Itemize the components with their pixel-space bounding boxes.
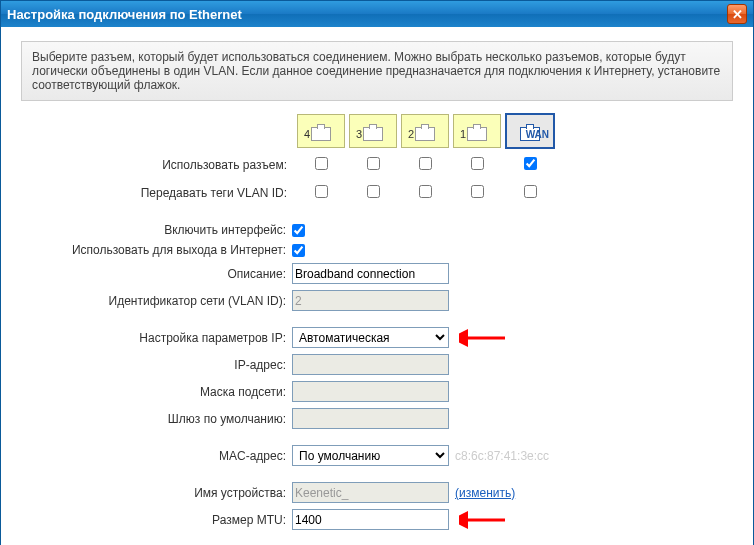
vlan-tag-checkbox-1[interactable] (471, 185, 484, 198)
ip-mode-select[interactable]: Автоматическая (292, 327, 449, 348)
arrow-icon (459, 329, 507, 347)
ip-address-input (292, 354, 449, 375)
use-port-checkbox-4[interactable] (315, 157, 328, 170)
description-input[interactable] (292, 263, 449, 284)
port-icon-wan[interactable]: WAN (505, 113, 555, 149)
port-icon-2[interactable]: 2 (401, 114, 449, 148)
gateway-input (292, 408, 449, 429)
arrow-icon (459, 511, 507, 529)
port-icon-4[interactable]: 4 (297, 114, 345, 148)
dialog-title: Настройка подключения по Ethernet (7, 7, 242, 22)
use-port-checkbox-2[interactable] (419, 157, 432, 170)
vlan-tag-checkbox-2[interactable] (419, 185, 432, 198)
change-link[interactable]: (изменить) (455, 486, 515, 500)
close-button[interactable]: ✕ (727, 4, 747, 24)
mac-ghost-text: c8:6c:87:41:3e:cc (455, 449, 549, 463)
mac-label: MAC-адрес: (21, 449, 292, 463)
ethernet-config-dialog: Настройка подключения по Ethernet ✕ Выбе… (0, 0, 754, 545)
close-icon: ✕ (732, 7, 743, 22)
ip-mode-label: Настройка параметров IP: (21, 331, 292, 345)
hint-box: Выберите разъем, который будет использов… (21, 41, 733, 101)
vlan-tag-checkbox-4[interactable] (315, 185, 328, 198)
use-port-checkbox-wan[interactable] (524, 157, 537, 170)
device-name-label: Имя устройства: (21, 486, 292, 500)
vlan-tag-checkbox-3[interactable] (367, 185, 380, 198)
subnet-mask-input (292, 381, 449, 402)
vlan-id-input (292, 290, 449, 311)
internet-access-label: Использовать для выхода в Интернет: (21, 243, 292, 257)
device-name-input (292, 482, 449, 503)
mac-mode-select[interactable]: По умолчанию (292, 445, 449, 466)
use-port-label: Использовать разъем: (21, 151, 295, 179)
description-label: Описание: (21, 267, 292, 281)
subnet-mask-label: Маска подсети: (21, 385, 292, 399)
titlebar: Настройка подключения по Ethernet ✕ (1, 1, 753, 27)
port-icon-3[interactable]: 3 (349, 114, 397, 148)
vlan-tag-checkbox-wan[interactable] (524, 185, 537, 198)
port-icon-1[interactable]: 1 (453, 114, 501, 148)
internet-access-checkbox[interactable] (292, 244, 305, 257)
use-port-checkbox-1[interactable] (471, 157, 484, 170)
vlan-id-label: Идентификатор сети (VLAN ID): (21, 294, 292, 308)
enable-interface-checkbox[interactable] (292, 224, 305, 237)
enable-interface-label: Включить интерфейс: (21, 223, 292, 237)
mtu-label: Размер MTU: (21, 513, 292, 527)
mtu-input[interactable] (292, 509, 449, 530)
vlan-tag-label: Передавать теги VLAN ID: (21, 179, 295, 207)
gateway-label: Шлюз по умолчанию: (21, 412, 292, 426)
use-port-checkbox-3[interactable] (367, 157, 380, 170)
ip-address-label: IP-адрес: (21, 358, 292, 372)
